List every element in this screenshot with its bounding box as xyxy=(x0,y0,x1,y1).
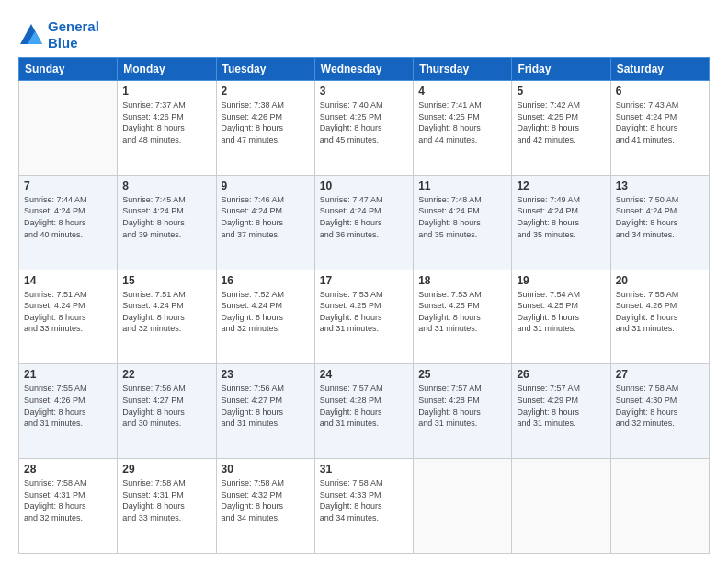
calendar-week-row: 7Sunrise: 7:44 AM Sunset: 4:24 PM Daylig… xyxy=(19,175,710,270)
calendar-table: SundayMondayTuesdayWednesdayThursdayFrid… xyxy=(18,57,710,554)
day-number: 20 xyxy=(616,274,704,287)
weekday-header-sunday: Sunday xyxy=(19,58,118,81)
day-number: 19 xyxy=(517,274,605,287)
day-number: 1 xyxy=(122,85,210,98)
day-info: Sunrise: 7:46 AM Sunset: 4:24 PM Dayligh… xyxy=(222,194,310,240)
calendar-cell: 19Sunrise: 7:54 AM Sunset: 4:25 PM Dayli… xyxy=(512,270,610,364)
day-info: Sunrise: 7:51 AM Sunset: 4:24 PM Dayligh… xyxy=(24,289,112,335)
day-info: Sunrise: 7:57 AM Sunset: 4:28 PM Dayligh… xyxy=(320,383,408,429)
calendar-cell: 26Sunrise: 7:57 AM Sunset: 4:29 PM Dayli… xyxy=(512,364,610,459)
calendar-cell: 8Sunrise: 7:45 AM Sunset: 4:24 PM Daylig… xyxy=(118,175,216,270)
day-number: 28 xyxy=(24,463,112,476)
day-info: Sunrise: 7:53 AM Sunset: 4:25 PM Dayligh… xyxy=(418,289,506,335)
day-number: 29 xyxy=(122,463,210,476)
day-number: 18 xyxy=(418,274,506,287)
day-number: 8 xyxy=(122,179,210,192)
calendar-cell: 3Sunrise: 7:40 AM Sunset: 4:25 PM Daylig… xyxy=(314,81,413,176)
day-info: Sunrise: 7:58 AM Sunset: 4:32 PM Dayligh… xyxy=(222,477,310,523)
day-number: 6 xyxy=(616,85,704,98)
calendar-cell: 21Sunrise: 7:55 AM Sunset: 4:26 PM Dayli… xyxy=(19,364,118,459)
calendar-cell: 24Sunrise: 7:57 AM Sunset: 4:28 PM Dayli… xyxy=(314,364,413,459)
calendar-cell: 31Sunrise: 7:58 AM Sunset: 4:33 PM Dayli… xyxy=(314,459,413,554)
day-number: 24 xyxy=(320,368,408,381)
day-info: Sunrise: 7:49 AM Sunset: 4:24 PM Dayligh… xyxy=(517,194,605,240)
calendar-week-row: 14Sunrise: 7:51 AM Sunset: 4:24 PM Dayli… xyxy=(19,270,710,364)
calendar-cell: 25Sunrise: 7:57 AM Sunset: 4:28 PM Dayli… xyxy=(414,364,512,459)
day-number: 17 xyxy=(320,274,408,287)
day-number: 10 xyxy=(320,179,408,192)
calendar-cell: 27Sunrise: 7:58 AM Sunset: 4:30 PM Dayli… xyxy=(610,364,709,459)
weekday-header-row: SundayMondayTuesdayWednesdayThursdayFrid… xyxy=(19,58,710,81)
calendar-cell: 20Sunrise: 7:55 AM Sunset: 4:26 PM Dayli… xyxy=(610,270,709,364)
day-number: 5 xyxy=(517,85,605,98)
calendar-cell: 12Sunrise: 7:49 AM Sunset: 4:24 PM Dayli… xyxy=(512,175,610,270)
day-number: 15 xyxy=(122,274,210,287)
calendar-cell: 29Sunrise: 7:58 AM Sunset: 4:31 PM Dayli… xyxy=(118,459,216,554)
calendar-cell: 11Sunrise: 7:48 AM Sunset: 4:24 PM Dayli… xyxy=(414,175,512,270)
day-number: 31 xyxy=(320,463,408,476)
day-number: 16 xyxy=(222,274,310,287)
day-number: 2 xyxy=(222,85,310,98)
weekday-header-thursday: Thursday xyxy=(414,58,512,81)
day-number: 11 xyxy=(418,179,506,192)
calendar-week-row: 21Sunrise: 7:55 AM Sunset: 4:26 PM Dayli… xyxy=(19,364,710,459)
weekday-header-friday: Friday xyxy=(512,58,610,81)
calendar-cell: 10Sunrise: 7:47 AM Sunset: 4:24 PM Dayli… xyxy=(314,175,413,270)
day-info: Sunrise: 7:52 AM Sunset: 4:24 PM Dayligh… xyxy=(222,289,310,335)
day-info: Sunrise: 7:45 AM Sunset: 4:24 PM Dayligh… xyxy=(122,194,210,240)
day-info: Sunrise: 7:50 AM Sunset: 4:24 PM Dayligh… xyxy=(616,194,704,240)
weekday-header-monday: Monday xyxy=(118,58,216,81)
calendar-cell xyxy=(19,81,118,176)
calendar-cell: 2Sunrise: 7:38 AM Sunset: 4:26 PM Daylig… xyxy=(216,81,314,176)
calendar-cell: 16Sunrise: 7:52 AM Sunset: 4:24 PM Dayli… xyxy=(216,270,314,364)
day-number: 23 xyxy=(222,368,310,381)
day-number: 25 xyxy=(418,368,506,381)
calendar-cell xyxy=(610,459,709,554)
day-info: Sunrise: 7:42 AM Sunset: 4:25 PM Dayligh… xyxy=(517,99,605,145)
day-number: 7 xyxy=(24,179,112,192)
calendar-cell: 30Sunrise: 7:58 AM Sunset: 4:32 PM Dayli… xyxy=(216,459,314,554)
day-info: Sunrise: 7:58 AM Sunset: 4:31 PM Dayligh… xyxy=(24,477,112,523)
calendar-cell: 18Sunrise: 7:53 AM Sunset: 4:25 PM Dayli… xyxy=(414,270,512,364)
day-info: Sunrise: 7:58 AM Sunset: 4:30 PM Dayligh… xyxy=(616,383,704,429)
calendar-cell: 9Sunrise: 7:46 AM Sunset: 4:24 PM Daylig… xyxy=(216,175,314,270)
calendar-cell: 5Sunrise: 7:42 AM Sunset: 4:25 PM Daylig… xyxy=(512,81,610,176)
weekday-header-saturday: Saturday xyxy=(610,58,709,81)
day-info: Sunrise: 7:55 AM Sunset: 4:26 PM Dayligh… xyxy=(616,289,704,335)
calendar-cell xyxy=(512,459,610,554)
day-info: Sunrise: 7:43 AM Sunset: 4:24 PM Dayligh… xyxy=(616,99,704,145)
calendar-cell: 4Sunrise: 7:41 AM Sunset: 4:25 PM Daylig… xyxy=(414,81,512,176)
day-info: Sunrise: 7:47 AM Sunset: 4:24 PM Dayligh… xyxy=(320,194,408,240)
day-number: 22 xyxy=(122,368,210,381)
day-info: Sunrise: 7:44 AM Sunset: 4:24 PM Dayligh… xyxy=(24,194,112,240)
weekday-header-tuesday: Tuesday xyxy=(216,58,314,81)
day-info: Sunrise: 7:56 AM Sunset: 4:27 PM Dayligh… xyxy=(222,383,310,429)
calendar-cell: 14Sunrise: 7:51 AM Sunset: 4:24 PM Dayli… xyxy=(19,270,118,364)
calendar-cell: 13Sunrise: 7:50 AM Sunset: 4:24 PM Dayli… xyxy=(610,175,709,270)
day-info: Sunrise: 7:57 AM Sunset: 4:28 PM Dayligh… xyxy=(418,383,506,429)
logo-text: General Blue xyxy=(48,18,99,52)
calendar-cell: 7Sunrise: 7:44 AM Sunset: 4:24 PM Daylig… xyxy=(19,175,118,270)
day-info: Sunrise: 7:57 AM Sunset: 4:29 PM Dayligh… xyxy=(517,383,605,429)
day-info: Sunrise: 7:58 AM Sunset: 4:33 PM Dayligh… xyxy=(320,477,408,523)
day-number: 4 xyxy=(418,85,506,98)
day-number: 9 xyxy=(222,179,310,192)
calendar-cell: 28Sunrise: 7:58 AM Sunset: 4:31 PM Dayli… xyxy=(19,459,118,554)
day-info: Sunrise: 7:54 AM Sunset: 4:25 PM Dayligh… xyxy=(517,289,605,335)
day-number: 13 xyxy=(616,179,704,192)
day-info: Sunrise: 7:55 AM Sunset: 4:26 PM Dayligh… xyxy=(24,383,112,429)
calendar-week-row: 28Sunrise: 7:58 AM Sunset: 4:31 PM Dayli… xyxy=(19,459,710,554)
day-info: Sunrise: 7:37 AM Sunset: 4:26 PM Dayligh… xyxy=(122,99,210,145)
day-number: 14 xyxy=(24,274,112,287)
weekday-header-wednesday: Wednesday xyxy=(314,58,413,81)
page: General Blue SundayMondayTuesdayWednesda… xyxy=(0,0,728,563)
day-number: 27 xyxy=(616,368,704,381)
logo-icon xyxy=(18,22,44,48)
day-number: 30 xyxy=(222,463,310,476)
day-info: Sunrise: 7:38 AM Sunset: 4:26 PM Dayligh… xyxy=(222,99,310,145)
calendar-cell: 23Sunrise: 7:56 AM Sunset: 4:27 PM Dayli… xyxy=(216,364,314,459)
calendar-cell xyxy=(414,459,512,554)
day-info: Sunrise: 7:40 AM Sunset: 4:25 PM Dayligh… xyxy=(320,99,408,145)
day-info: Sunrise: 7:58 AM Sunset: 4:31 PM Dayligh… xyxy=(122,477,210,523)
day-number: 26 xyxy=(517,368,605,381)
